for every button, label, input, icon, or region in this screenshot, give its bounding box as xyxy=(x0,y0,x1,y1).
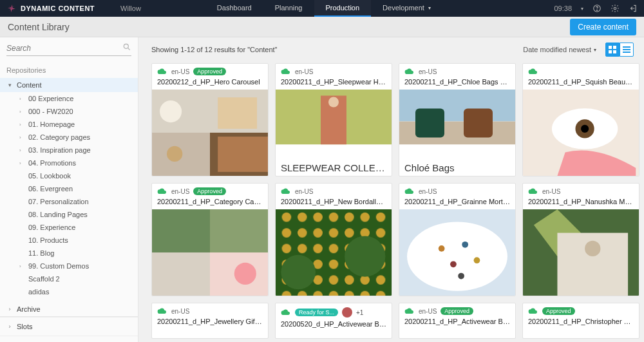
folder-item[interactable]: ›01. Homepage xyxy=(13,118,138,131)
tab-development[interactable]: Development▾ xyxy=(371,0,442,17)
clock-text: 09:38 xyxy=(554,5,572,12)
folder-item[interactable]: ›06. Evergreen xyxy=(13,182,138,195)
cards-grid: en-USApproved20200212_d_HP_Hero Carousel… xyxy=(151,63,640,339)
sidebar-bottom: ›Slots ›Products ›French Content xyxy=(0,316,138,342)
list-view-button[interactable] xyxy=(620,43,634,57)
chevron-right-icon: › xyxy=(6,323,13,330)
logout-icon[interactable] xyxy=(629,4,638,13)
folder-label: 02. Category pages xyxy=(28,133,90,141)
card-thumbnail xyxy=(399,209,515,296)
cloud-icon xyxy=(281,68,291,75)
content-area: Showing 1-12 of 12 results for "Content"… xyxy=(138,37,644,342)
avatar xyxy=(342,307,352,318)
folder-label: 01. Homepage xyxy=(28,120,75,128)
chevron-right-icon: › xyxy=(19,109,24,115)
card-title: 20200211_d_HP_Activewear Banner xyxy=(399,316,515,329)
locale-badge: en-US xyxy=(295,188,313,195)
folder-item[interactable]: ›03. Inspiration page xyxy=(13,144,138,157)
chevron-right-icon: › xyxy=(19,263,24,269)
sort-label: Date modified newest xyxy=(523,46,591,53)
folder-label: 11. Blog xyxy=(28,249,54,257)
folder-item[interactable]: ›000 - FW2020 xyxy=(13,105,138,118)
content-card[interactable]: en-US20200211_d_HP_Jewellery Gift Buye..… xyxy=(151,303,269,339)
folder-item[interactable]: ›adidas xyxy=(13,285,138,298)
card-meta: en-US xyxy=(399,64,515,77)
cloud-icon xyxy=(281,309,291,316)
cloud-icon xyxy=(157,68,167,75)
content-card[interactable]: en-US20200211_d_HP_New Bordallo Pinhe... xyxy=(275,183,392,296)
status-badge: Approved xyxy=(440,307,473,315)
content-card[interactable]: en-USApproved20200212_d_HP_Hero Carousel xyxy=(151,63,269,176)
folder-item[interactable]: ›00 Experience xyxy=(13,92,138,105)
sort-dropdown[interactable]: Date modified newest ▾ xyxy=(523,46,596,53)
content-card[interactable]: en-US20200211_d_HP_Chloe Bags Hero B...C… xyxy=(399,63,516,176)
cloud-icon xyxy=(157,307,167,315)
folder-item[interactable]: ›08. Landing Pages xyxy=(13,208,138,221)
chevron-right-icon: › xyxy=(19,147,24,153)
folder-item[interactable]: ›02. Category pages xyxy=(13,131,138,144)
content-card[interactable]: 20200211_d_HP_Squish Beauty Card xyxy=(522,63,639,176)
repo-content-label: Content xyxy=(17,81,42,89)
card-thumbnail xyxy=(399,90,515,160)
folder-item[interactable]: ›09. Experience xyxy=(13,221,138,234)
create-content-button[interactable]: Create content xyxy=(570,19,636,35)
brand-block: DYNAMIC CONTENT xyxy=(6,3,95,14)
folder-item[interactable]: ›99. Custom Demos xyxy=(13,260,138,272)
cards-scroll[interactable]: en-USApproved20200212_d_HP_Hero Carousel… xyxy=(138,62,644,342)
tab-production[interactable]: Production xyxy=(314,0,372,17)
chevron-down-icon[interactable]: ▾ xyxy=(581,6,583,12)
content-card[interactable]: en-USApproved20200211_d_HP_Category Card… xyxy=(151,183,269,296)
svg-point-30 xyxy=(581,125,589,133)
folder-item[interactable]: ›07. Personalization xyxy=(13,195,138,208)
hub-name[interactable]: Willow xyxy=(120,5,141,12)
content-card[interactable]: en-USApproved20200211_d_HP_Activewear Ba… xyxy=(399,303,516,339)
svg-point-45 xyxy=(450,261,457,267)
cloud-icon xyxy=(157,187,167,195)
repo-archive[interactable]: › Archive xyxy=(0,302,138,316)
svg-point-20 xyxy=(328,97,339,108)
svg-rect-26 xyxy=(399,145,515,160)
svg-rect-5 xyxy=(613,46,616,49)
chevron-right-icon: › xyxy=(6,306,13,312)
locale-badge: en-US xyxy=(419,68,437,75)
repo-slots[interactable]: ›Slots xyxy=(0,317,138,336)
content-card[interactable]: en-US20200211_d_HP_Grainne Morten Card xyxy=(399,183,516,296)
help-icon[interactable] xyxy=(592,4,601,13)
locale-badge: en-US xyxy=(171,68,189,75)
main: Repositories ▾ Content ›00 Experience›00… xyxy=(0,37,644,342)
card-meta: en-US xyxy=(276,64,392,77)
grid-icon xyxy=(609,46,616,53)
svg-point-1 xyxy=(597,10,598,10)
svg-point-3 xyxy=(124,44,128,48)
card-title: 20200211_d_HP_Chloe Bags Hero B... xyxy=(399,77,515,90)
tab-planning[interactable]: Planning xyxy=(263,0,314,17)
folder-item[interactable]: ›10. Products xyxy=(13,234,138,247)
status-badge: Approved xyxy=(542,307,575,315)
search-input[interactable] xyxy=(6,41,131,56)
svg-rect-8 xyxy=(623,46,630,48)
repo-content[interactable]: ▾ Content xyxy=(0,78,138,92)
content-card[interactable]: en-US20200211_d_HP_Sleepwear Hero Ba...S… xyxy=(275,63,392,176)
svg-rect-9 xyxy=(623,49,630,50)
grid-view-button[interactable] xyxy=(605,43,620,57)
card-title: 20200211_d_HP_Category Card List xyxy=(152,196,268,209)
card-meta: en-USApproved xyxy=(399,303,515,316)
tab-dashboard[interactable]: Dashboard xyxy=(205,0,263,17)
svg-point-40 xyxy=(345,236,385,276)
content-card[interactable]: Ready for S...+120200520_d_HP_Activewear… xyxy=(275,303,392,339)
chevron-right-icon: › xyxy=(19,96,24,102)
svg-rect-33 xyxy=(152,252,210,296)
chevron-right-icon: › xyxy=(19,160,24,166)
content-card[interactable]: Approved20200211_d_HP_Christopher Kane .… xyxy=(522,303,639,339)
locale-badge: en-US xyxy=(542,188,560,195)
folder-item[interactable]: ›04. Promotions xyxy=(13,157,138,169)
gear-icon[interactable] xyxy=(611,4,620,13)
card-title: 20200520_d_HP_Activewear Banner xyxy=(276,319,392,332)
folder-item[interactable]: ›Scaffold 2 xyxy=(13,272,138,285)
locale-badge: en-US xyxy=(171,308,189,315)
content-card[interactable]: en-US20200211_d_HP_Nanushka Mens Ca... xyxy=(522,183,639,296)
repo-products[interactable]: ›Products xyxy=(0,336,138,342)
more-assignees: +1 xyxy=(356,309,363,316)
folder-item[interactable]: ›05. Lookbook xyxy=(13,169,138,182)
folder-item[interactable]: ›11. Blog xyxy=(13,247,138,260)
